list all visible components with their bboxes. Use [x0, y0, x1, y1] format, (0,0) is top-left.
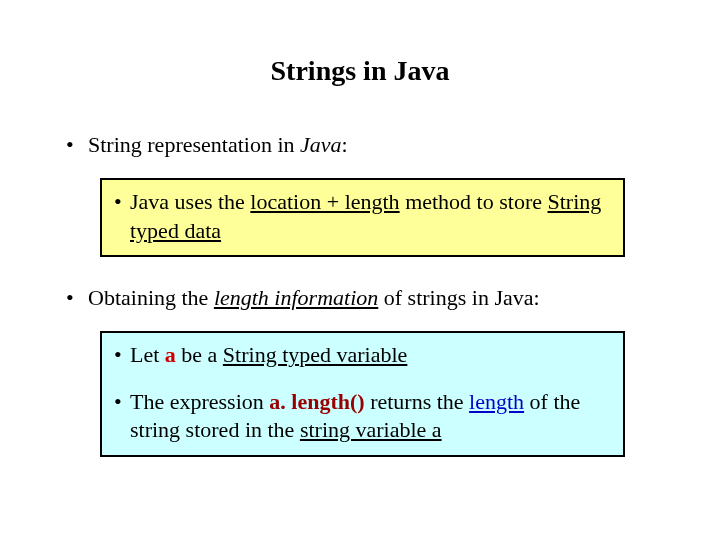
bullet-string-representation: String representation in Java:: [60, 132, 660, 158]
text-segment: of strings in Java:: [378, 285, 539, 310]
text-segment: Java uses the: [130, 189, 250, 214]
text-method-call: a. length(): [269, 389, 364, 414]
box-bullet-java-method: Java uses the location + length method t…: [114, 188, 611, 245]
text-segment: Obtaining the: [88, 285, 214, 310]
box-bullet-let-a: Let a be a String typed variable: [114, 341, 611, 370]
text-underline: location + length: [250, 189, 399, 214]
bullet-obtaining-length: Obtaining the length information of stri…: [60, 285, 660, 311]
text-italic-java: Java: [300, 132, 342, 157]
text-underline-blue: length: [469, 389, 524, 414]
text-segment: returns the: [365, 389, 469, 414]
text-underline: string variable a: [300, 417, 442, 442]
text-segment: The expression: [130, 389, 269, 414]
text-var-a: a: [165, 342, 176, 367]
highlight-box-yellow: Java uses the location + length method t…: [100, 178, 625, 257]
text-segment: method to store: [400, 189, 548, 214]
slide-title: Strings in Java: [0, 55, 720, 87]
text-segment: :: [342, 132, 348, 157]
highlight-box-cyan: Let a be a String typed variable The exp…: [100, 331, 625, 457]
text-segment: be a: [176, 342, 223, 367]
text-segment: Let: [130, 342, 165, 367]
slide: Strings in Java String representation in…: [0, 0, 720, 540]
box-bullet-expression: The expression a. length() returns the l…: [114, 388, 611, 445]
text-italic-underline: length information: [214, 285, 378, 310]
text-segment: String representation in: [88, 132, 300, 157]
text-underline: String typed variable: [223, 342, 408, 367]
